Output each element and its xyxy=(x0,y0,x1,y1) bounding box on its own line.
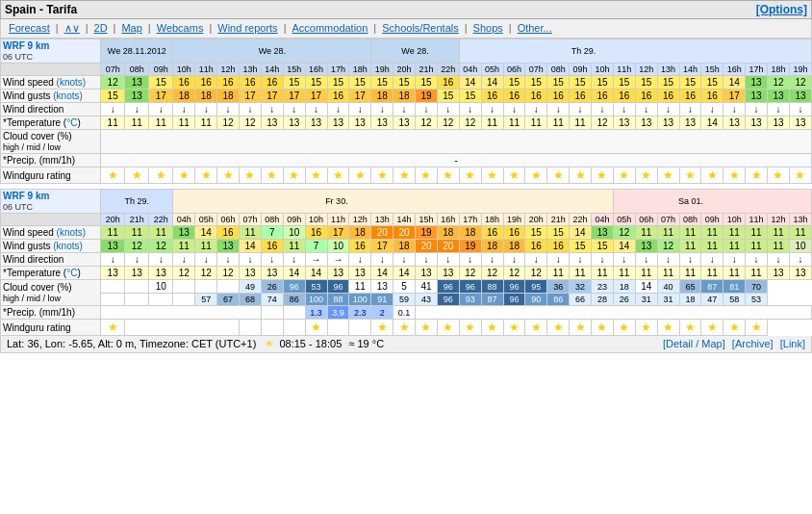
nav-2d[interactable]: 2D xyxy=(90,21,112,36)
model-label-2[interactable]: WRF 9 km06 UTC xyxy=(1,190,101,214)
nav-other[interactable]: Other... xyxy=(514,21,556,36)
section2-winddir-row: Wind direction ↓↓↓ ↓↓↓ ↓↓↓ →→↓ ↓↓↓ ↓↓↓ ↓… xyxy=(1,253,812,267)
nav-shops[interactable]: Shops xyxy=(469,21,507,36)
nav-wv[interactable]: ∧∨ xyxy=(61,21,84,36)
sun-icon: ☀ xyxy=(265,338,274,349)
nav-wind-reports[interactable]: Wind reports xyxy=(214,21,281,36)
section1-cloud-row: Cloud cover (%)high / mid / low xyxy=(1,130,812,154)
footer-links[interactable]: [Detail / Map] [Archive] [Link] xyxy=(663,338,805,350)
model-label-1[interactable]: WRF 9 km06 UTC xyxy=(1,39,101,64)
section2-precip-row: *Precip. (mm/1h) 1.3 3.9 2.3 2 0.1 xyxy=(1,306,812,320)
nav-bar: Forecast | ∧∨ | 2D | Map | Webcams | Win… xyxy=(0,19,812,39)
nav-map[interactable]: Map xyxy=(117,21,145,36)
section2-temp-row: *Temperature (°C) 1313 1312 1212 1313 14… xyxy=(1,267,812,280)
section1-header-row: WRF 9 km06 UTC We 28.11.2012 We 28. We 2… xyxy=(1,39,812,64)
section2-windspeed-row: Wind speed (knots) 11 11 11 13 14 16 11 … xyxy=(1,226,812,240)
section1-windspeed-row: Wind speed (knots) 12 13 15 16 16 16 16 … xyxy=(1,76,812,90)
footer-left: Lat: 36, Lon: -5.65, Alt: 0 m, Timezone:… xyxy=(7,338,384,350)
section2-windgusts-row: Wind gusts (knots) 13 12 12 11 11 13 14 … xyxy=(1,240,812,253)
title-bar: Spain - Tarifa [Options] xyxy=(0,0,812,19)
section2-cloud-row1: Cloud cover (%)high / mid / low 10 49 26… xyxy=(1,280,812,294)
nav-schools[interactable]: Schools/Rentals xyxy=(378,21,463,36)
knots-link-4[interactable]: (knots) xyxy=(53,241,83,251)
section1-winddir-row: Wind direction ↓↓↓ ↓↓↓ ↓↓↓ ↓↓↓ ↓↓↓ ↓↓↓ ↓… xyxy=(1,103,812,116)
knots-link-1[interactable]: (knots) xyxy=(57,77,87,88)
section1-precip-row: *Precip. (mm/1h) - xyxy=(1,154,812,167)
page-title: Spain - Tarifa xyxy=(5,3,77,16)
section2-cloud-row2: 57 67 68 74 86 100 88 100 91 59 43 96 93… xyxy=(1,294,812,306)
celsius-link-2[interactable]: °C xyxy=(66,268,77,278)
section2-header-row: WRF 9 km06 UTC Th 29. Fr 30. Sa 01. xyxy=(1,190,812,214)
section2-time-row: 20h 21h 22h 04h 05h 06h 07h 08h 09h 10h … xyxy=(1,214,812,226)
section2-rating-row: Windguru rating ★ ★ ★ ★ ★ ★ ★ ★ ★ ★ ★ ★ … xyxy=(1,320,812,336)
archive-link[interactable]: [Archive] xyxy=(732,338,774,349)
knots-link-2[interactable]: (knots) xyxy=(53,90,83,101)
link-link[interactable]: [Link] xyxy=(780,338,805,349)
footer-coords: Lat: 36, Lon: -5.65, Alt: 0 m, Timezone:… xyxy=(7,338,256,349)
section1-rating-row: Windguru rating ★ ★ ★ ★ ★ ★ ★ ★ ★ ★ ★ ★ … xyxy=(1,167,812,184)
nav-webcams[interactable]: Webcams xyxy=(153,21,208,36)
celsius-link-1[interactable]: °C xyxy=(66,117,77,128)
section1-windgusts-row: Wind gusts (knots) 15 13 17 18 18 18 17 … xyxy=(1,90,812,103)
forecast-table: WRF 9 km06 UTC We 28.11.2012 We 28. We 2… xyxy=(0,39,812,336)
approx-temp: ≈ 19 °C xyxy=(348,338,384,349)
nav-accommodation[interactable]: Accommodation xyxy=(288,21,371,36)
section1-time-row: 07h 08h 09h 10h 11h 12h 13h 14h 15h 16h … xyxy=(1,64,812,76)
section1-temp-row: *Temperature (°C) 1111 1111 1112 1213 13… xyxy=(1,116,812,130)
knots-link-3[interactable]: (knots) xyxy=(57,227,87,238)
nav-forecast[interactable]: Forecast xyxy=(5,21,54,36)
sun-times: 08:15 - 18:05 xyxy=(279,338,342,349)
options-link[interactable]: [Options] xyxy=(756,3,807,16)
footer-bar: Lat: 36, Lon: -5.65, Alt: 0 m, Timezone:… xyxy=(0,336,812,353)
detail-map-link[interactable]: [Detail / Map] xyxy=(663,338,725,349)
